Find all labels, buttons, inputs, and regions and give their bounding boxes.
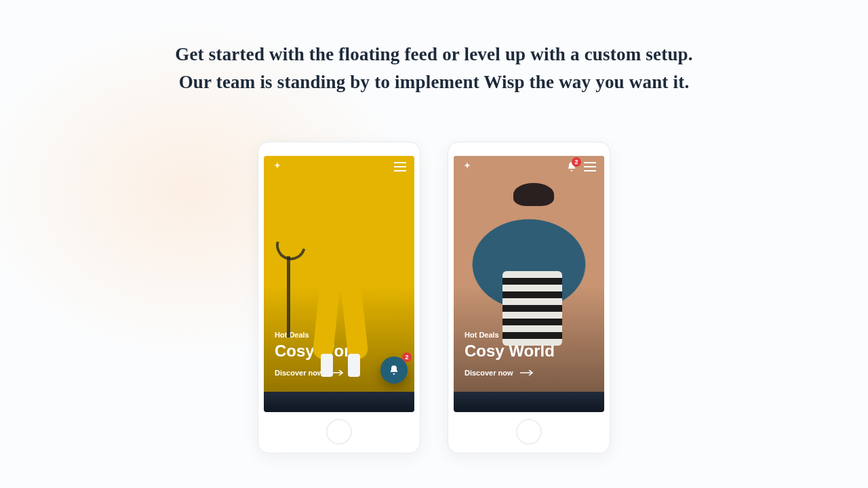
arrow-right-icon: [520, 369, 534, 377]
sparkle-icon[interactable]: [272, 161, 283, 172]
floating-notifications-button[interactable]: 2: [380, 357, 408, 384]
next-card-peek[interactable]: [454, 392, 604, 412]
hoop-pole-illustration: [287, 256, 290, 338]
app-top-bar: 2: [462, 161, 596, 172]
bell-icon: [389, 365, 399, 375]
discover-now-link[interactable]: Discover now: [465, 369, 593, 377]
phone-mockup-floating: Hot Deals Cosy World Discover now 2: [258, 142, 420, 453]
hero-title: Cosy World: [275, 342, 403, 361]
cta-label: Discover now: [465, 369, 513, 377]
basketball-hoop-illustration: [271, 225, 311, 266]
notification-badge: 2: [402, 352, 412, 362]
cta-label: Discover now: [275, 369, 323, 377]
phone-home-button: [326, 419, 352, 445]
hamburger-menu-icon[interactable]: [584, 162, 596, 171]
figure-boot-illustration: [348, 354, 360, 377]
phone-mockups-row: Hot Deals Cosy World Discover now 2: [0, 142, 868, 453]
phone-mockup-custom: 2 Hot Deals Cosy World Discover now: [448, 142, 610, 453]
app-top-bar: [272, 161, 406, 172]
next-card-peek[interactable]: [264, 392, 414, 412]
phone-screen: 2 Hot Deals Cosy World Discover now: [454, 156, 604, 412]
headline-line-2: Our team is standing by to implement Wis…: [0, 68, 868, 96]
notification-badge: 2: [572, 157, 581, 167]
header-notifications-button[interactable]: 2: [566, 161, 577, 172]
figure-boot-illustration: [321, 354, 333, 377]
marketing-headline: Get started with the floating feed or le…: [0, 0, 868, 96]
phone-home-button: [516, 419, 542, 445]
phone-screen: Hot Deals Cosy World Discover now 2: [264, 156, 414, 412]
figure-hair-illustration: [513, 183, 554, 206]
headline-line-1: Get started with the floating feed or le…: [0, 41, 868, 68]
sparkle-icon[interactable]: [462, 161, 473, 172]
hamburger-menu-icon[interactable]: [394, 162, 406, 171]
hero-eyebrow: Hot Deals: [275, 331, 403, 339]
hero-card[interactable]: 2 Hot Deals Cosy World Discover now: [454, 156, 604, 392]
figure-shirt-illustration: [502, 271, 562, 346]
